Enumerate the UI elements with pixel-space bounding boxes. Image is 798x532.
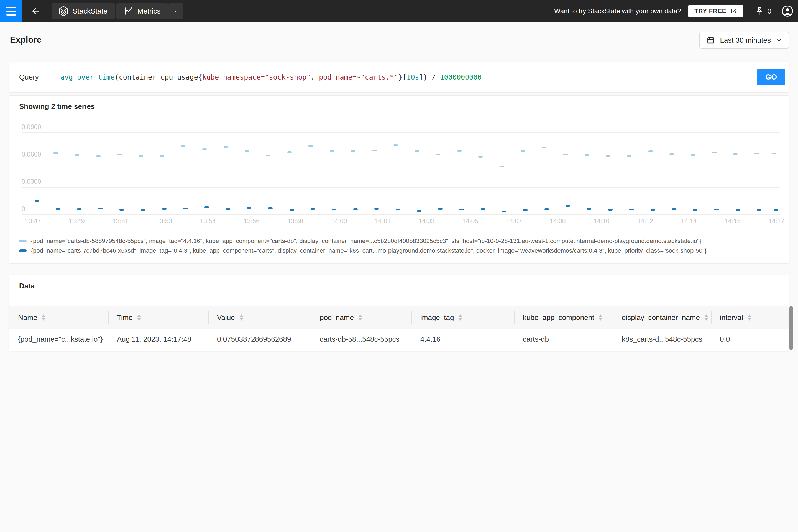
table-cell-Value: 0.07503872869562689 [208, 329, 311, 350]
column-header-kube_app_component[interactable]: kube_app_component [514, 306, 613, 329]
chart-panel: Showing 2 time series 0.09000.06000.0300… [9, 95, 789, 264]
time-range-selector[interactable]: Last 30 minutes [699, 32, 789, 49]
table-cell-pod_name: carts-db-58...548c-55pcs [311, 329, 412, 350]
legend-label: {pod_name="carts-7c7bd7bc46-x6xsd", imag… [31, 247, 706, 254]
data-point-carts-db [372, 150, 377, 151]
data-point-carts-db [691, 154, 695, 156]
data-point-carts-db [266, 155, 270, 156]
data-point-carts-db [287, 151, 292, 153]
column-header-image_tag[interactable]: image_tag [412, 306, 514, 329]
sort-arrows-icon[interactable] [137, 315, 141, 321]
data-title: Data [19, 282, 35, 290]
y-gridline [22, 214, 780, 215]
data-point-carts [226, 208, 230, 210]
app-root: StackState Metrics Want to try StackStat… [0, 0, 798, 532]
sort-arrows-icon[interactable] [41, 315, 45, 321]
data-point-carts-db [245, 150, 249, 152]
x-axis-tick-label: 14:12 [631, 217, 659, 225]
legend-swatch [19, 249, 26, 252]
tab-options-caret[interactable] [169, 3, 183, 19]
column-header-display_container_name[interactable]: display_container_name [613, 306, 711, 329]
go-button[interactable]: GO [757, 69, 785, 86]
top-navigation-bar: StackState Metrics Want to try StackStat… [0, 0, 798, 22]
data-point-carts-db [96, 155, 100, 157]
x-axis-tick-label: 14:07 [500, 217, 528, 225]
column-header-Value[interactable]: Value [208, 306, 311, 329]
data-point-carts-db [521, 150, 525, 152]
column-header-label: display_container_name [622, 314, 700, 322]
caret-down-icon [173, 8, 178, 14]
column-separator [311, 311, 311, 324]
chevron-down-icon [776, 37, 782, 43]
data-point-carts [566, 205, 570, 207]
data-point-carts-db [75, 154, 79, 156]
stackstate-logo-icon [59, 6, 68, 16]
back-button[interactable] [26, 0, 45, 22]
hamburger-menu-button[interactable] [0, 0, 22, 22]
column-header-pod_name[interactable]: pod_name [311, 306, 412, 329]
y-gridline [22, 187, 780, 188]
data-point-carts-db [499, 166, 504, 167]
legend-item: {pod_name="carts-db-588979548c-55pcs", i… [19, 238, 706, 245]
data-point-carts [523, 209, 528, 211]
user-icon [781, 5, 794, 17]
data-point-carts [162, 208, 167, 210]
x-axis-tick-label: 14:10 [588, 217, 615, 225]
table-header-row: NameTimeValuepod_nameimage_tagkube_app_c… [9, 306, 789, 329]
metrics-chart-icon [124, 6, 133, 16]
query-text: avg_over_time(container_cpu_usage{kube_n… [55, 73, 481, 81]
sort-arrows-icon[interactable] [240, 315, 243, 321]
stackstate-home-tab[interactable]: StackState [52, 3, 115, 19]
arrow-left-icon [31, 6, 41, 16]
data-point-carts-db [308, 145, 313, 147]
try-free-button[interactable]: TRY FREE [688, 5, 743, 17]
data-point-carts [608, 209, 613, 211]
data-point-carts [651, 209, 655, 211]
query-label: Query [9, 73, 45, 81]
query-input[interactable]: avg_over_time(container_cpu_usage{kube_n… [55, 69, 757, 86]
x-axis-tick-label: 14:17 [762, 217, 790, 225]
x-axis-tick-label: 13:54 [194, 217, 222, 225]
x-axis-tick-label: 14:15 [719, 217, 746, 225]
user-avatar-button[interactable] [781, 5, 794, 17]
sort-arrows-icon[interactable] [358, 315, 362, 321]
data-point-carts [417, 210, 421, 212]
column-header-Name[interactable]: Name [9, 306, 108, 329]
data-point-carts-db [138, 155, 143, 156]
time-range-label: Last 30 minutes [720, 36, 771, 44]
x-axis-tick-label: 13:49 [63, 217, 91, 225]
data-point-carts-db [224, 146, 228, 148]
chart-legend: {pod_name="carts-db-588979548c-55pcs", i… [19, 238, 706, 257]
data-point-carts [205, 206, 209, 208]
data-point-carts-db [712, 152, 717, 153]
sort-arrows-icon[interactable] [704, 315, 708, 321]
x-axis-tick-label: 13:47 [19, 217, 47, 225]
legend-swatch [19, 240, 26, 243]
column-header-interval[interactable]: interval [711, 306, 792, 329]
query-panel: Query avg_over_time(container_cpu_usage{… [9, 61, 789, 93]
x-axis-tick-label: 13:58 [282, 217, 309, 225]
y-axis-tick-label: 0.0900 [22, 123, 41, 131]
data-point-carts [714, 209, 719, 210]
legend-label: {pod_name="carts-db-588979548c-55pcs", i… [31, 238, 701, 245]
column-header-Time[interactable]: Time [108, 306, 208, 329]
column-separator [208, 311, 209, 324]
x-axis-tick-label: 14:08 [544, 217, 572, 225]
data-point-carts [98, 208, 103, 209]
sort-arrows-icon[interactable] [598, 315, 602, 321]
data-point-carts-db [585, 154, 589, 156]
calendar-icon [706, 36, 715, 44]
sort-arrows-icon[interactable] [458, 315, 462, 321]
table-cell-kube_app_component: carts-db [514, 329, 613, 350]
column-header-label: Name [18, 314, 37, 322]
data-point-carts [481, 208, 485, 210]
sort-arrows-icon[interactable] [747, 315, 752, 321]
x-axis-tick-label: 14:14 [675, 217, 703, 225]
table-scrollbar[interactable] [790, 306, 793, 350]
data-point-carts-db [415, 150, 419, 152]
x-axis-tick-label: 13:53 [150, 217, 178, 225]
tab-metrics[interactable]: Metrics [116, 3, 168, 19]
data-point-carts-db [542, 147, 546, 148]
pin-icon[interactable] [754, 6, 764, 16]
table-row[interactable]: {pod_name="c...kstate.io"}Aug 11, 2023, … [9, 329, 789, 350]
